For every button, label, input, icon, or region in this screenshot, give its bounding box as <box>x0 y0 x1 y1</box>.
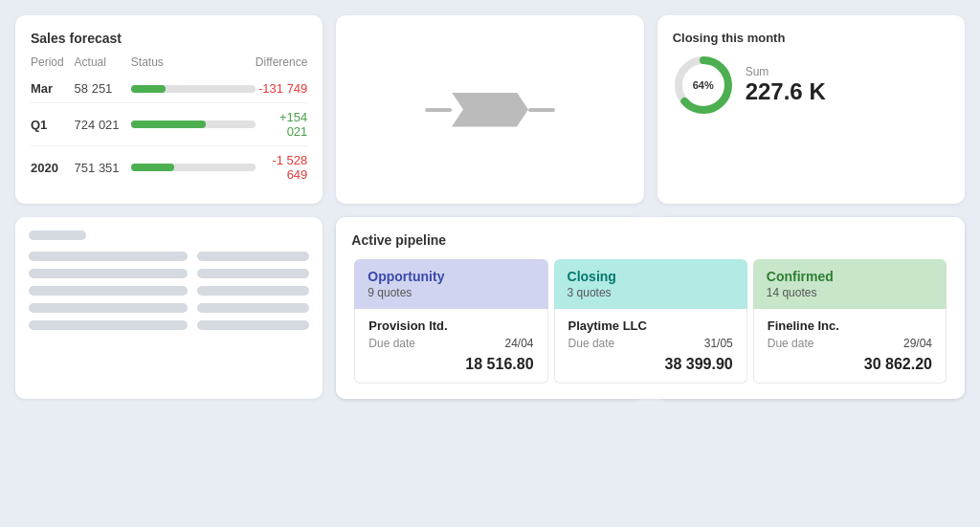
closing-sum-label: Sum <box>746 65 826 78</box>
forecast-row: Q1 724 021 +154 021 <box>31 103 307 146</box>
placeholder-row-1 <box>29 252 309 261</box>
pipeline-company-opportunity: Provision ltd. <box>368 318 533 333</box>
col-status: Status <box>131 55 256 75</box>
bar-fill <box>131 121 206 128</box>
forecast-row: Mar 58 251 -131 749 <box>31 75 307 103</box>
ph10 <box>197 320 309 330</box>
ph2 <box>197 252 309 261</box>
forecast-table: Period Actual Status Difference Mar 58 2… <box>31 55 307 188</box>
placeholder-row-3 <box>29 286 309 296</box>
sales-forecast-title: Sales forecast <box>31 31 307 46</box>
forecast-diff: +154 021 <box>256 103 307 146</box>
pipeline-col-subtitle-closing: 3 quotes <box>568 286 734 299</box>
pipeline-company-closing: Playtime LLC <box>568 318 733 333</box>
pipeline-due-row-closing: Due date 31/05 <box>568 337 733 350</box>
pipeline-column-closing: Closing 3 quotes Playtime LLC Due date 3… <box>551 259 750 384</box>
pipeline-company-confirmed: Fineline Inc. <box>768 318 932 333</box>
forecast-bar-cell <box>131 103 256 146</box>
pipeline-col-subtitle-opportunity: 9 quotes <box>368 286 534 299</box>
pipeline-due-label-closing: Due date <box>568 337 615 350</box>
ph1 <box>29 252 188 261</box>
forecast-bar-cell <box>131 75 256 103</box>
forecast-period: Q1 <box>31 103 75 146</box>
pipeline-due-label-confirmed: Due date <box>768 337 814 350</box>
pipeline-due-row-opportunity: Due date 24/04 <box>368 337 533 350</box>
pipeline-col-body-opportunity: Provision ltd. Due date 24/04 18 516.80 <box>354 309 547 384</box>
ph9 <box>29 320 188 330</box>
pipeline-arrow-card <box>336 15 643 204</box>
forecast-actual: 58 251 <box>75 75 131 103</box>
forecast-actual: 751 351 <box>75 146 131 189</box>
bar-fill <box>131 85 166 93</box>
ph8 <box>197 303 309 313</box>
pipeline-col-title-opportunity: Opportunity <box>368 269 534 284</box>
placeholder-row-2 <box>29 269 309 278</box>
forecast-diff: -1 528 649 <box>256 146 307 189</box>
pipeline-grid: Opportunity 9 quotes Provision ltd. Due … <box>351 259 949 384</box>
pipeline-col-header-closing: Closing 3 quotes <box>554 259 747 309</box>
left-bottom-placeholder <box>15 217 323 399</box>
left-line <box>425 108 452 112</box>
placeholder-row-4 <box>29 303 309 313</box>
closing-amount: 227.6 K <box>746 78 826 105</box>
col-period: Period <box>31 55 75 75</box>
placeholder-pill-short <box>29 231 86 240</box>
closing-month-title: Closing this month <box>673 31 949 45</box>
closing-value-block: Sum 227.6 K <box>746 65 826 105</box>
placeholder-row-5 <box>29 320 309 330</box>
pipeline-col-body-closing: Playtime LLC Due date 31/05 38 399.90 <box>554 309 747 384</box>
bar-container <box>131 164 256 171</box>
pipeline-col-body-confirmed: Fineline Inc. Due date 29/04 30 862.20 <box>753 309 947 384</box>
pipeline-col-header-opportunity: Opportunity 9 quotes <box>354 259 547 309</box>
pipeline-col-subtitle-confirmed: 14 quotes <box>767 286 933 299</box>
donut-pct-label: 64% <box>693 79 714 91</box>
bar-container <box>131 85 256 93</box>
chevron-body <box>452 93 528 127</box>
ph3 <box>29 269 188 278</box>
col-actual: Actual <box>75 55 131 75</box>
pipeline-due-date-opportunity: 24/04 <box>505 337 534 350</box>
pipeline-col-title-confirmed: Confirmed <box>767 269 933 284</box>
chevron-pipeline <box>425 93 555 127</box>
pipeline-column-opportunity: Opportunity 9 quotes Provision ltd. Due … <box>351 259 550 384</box>
pipeline-amount-closing: 38 399.90 <box>568 356 733 373</box>
donut-chart: 64% <box>673 55 734 116</box>
forecast-actual: 724 021 <box>75 103 131 146</box>
pipeline-due-label-opportunity: Due date <box>368 337 415 350</box>
pipeline-col-header-confirmed: Confirmed 14 quotes <box>753 259 947 309</box>
forecast-diff: -131 749 <box>256 75 307 103</box>
closing-month-card: Closing this month 64% Sum 227.6 K <box>657 15 965 204</box>
pipeline-amount-confirmed: 30 862.20 <box>768 356 932 373</box>
pipeline-column-confirmed: Confirmed 14 quotes Fineline Inc. Due da… <box>750 259 949 384</box>
forecast-period: Mar <box>31 75 75 103</box>
pipeline-due-date-confirmed: 29/04 <box>903 337 932 350</box>
active-pipeline-title: Active pipeline <box>351 232 949 248</box>
sales-forecast-card: Sales forecast Period Actual Status Diff… <box>15 15 323 204</box>
ph6 <box>197 286 309 296</box>
pipeline-due-row-confirmed: Due date 29/04 <box>768 337 932 350</box>
pipeline-amount-opportunity: 18 516.80 <box>368 356 533 373</box>
ph5 <box>29 286 188 296</box>
ph7 <box>29 303 188 313</box>
pipeline-col-title-closing: Closing <box>568 269 734 284</box>
bar-fill <box>131 164 175 171</box>
pipeline-due-date-closing: 31/05 <box>704 337 733 350</box>
right-line <box>528 108 555 112</box>
col-difference: Difference <box>256 55 307 75</box>
forecast-bar-cell <box>131 146 256 189</box>
ph4 <box>197 269 309 278</box>
bar-container <box>131 121 256 128</box>
closing-month-content: 64% Sum 227.6 K <box>673 55 949 116</box>
forecast-row: 2020 751 351 -1 528 649 <box>31 146 307 189</box>
active-pipeline-card: Active pipeline Opportunity 9 quotes Pro… <box>336 217 965 399</box>
forecast-period: 2020 <box>31 146 75 189</box>
